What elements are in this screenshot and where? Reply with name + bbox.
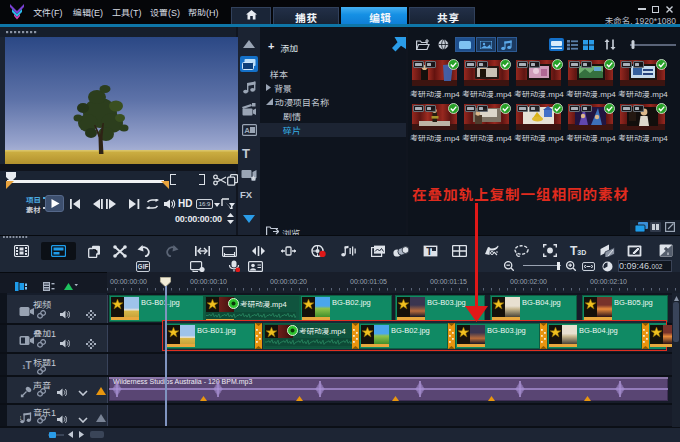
svg-text:T: T (426, 246, 432, 257)
svg-text:A: A (244, 126, 250, 135)
svg-text:1: 1 (20, 415, 22, 421)
